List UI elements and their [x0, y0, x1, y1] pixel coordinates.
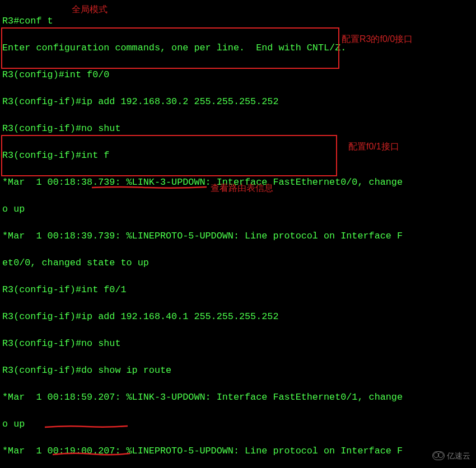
underline-do-show-ip-route	[92, 186, 209, 191]
terminal-line: *Mar 1 00:18:39.739: %LINEPROTO-5-UPDOWN…	[2, 230, 476, 243]
terminal-output: R3#conf t Enter configuration commands, …	[0, 0, 476, 468]
terminal-line: R3(config-if)#no shut	[2, 122, 476, 135]
terminal-line: et0/0, changed state to up	[2, 256, 476, 270]
watermark-text: 亿速云	[447, 449, 470, 462]
red-box-2	[1, 135, 337, 176]
terminal-line: R3(config-if)#no shut	[2, 337, 476, 350]
terminal-line: R3(config)#int f0/0	[2, 68, 476, 82]
terminal-line: R3(config-if)#do show ip route	[2, 364, 476, 377]
terminal-line: *Mar 1 00:18:59.207: %LINK-3-UPDOWN: Int…	[2, 391, 476, 404]
terminal-line: o up	[2, 203, 476, 216]
terminal-line: R3(config-if)#int f0/1	[2, 283, 476, 297]
annotation-global-mode: 全局模式	[72, 3, 108, 16]
watermark: 亿速云	[432, 449, 470, 462]
underline-subnet-40	[45, 424, 129, 431]
terminal-line: R3(config-if)#ip add 192.168.30.2 255.25…	[2, 95, 476, 109]
underline-config-if	[53, 451, 131, 459]
annotation-conf-f01: 配置f0/1接口	[348, 140, 399, 153]
red-box-1	[1, 27, 339, 69]
terminal-line: R3(config-if)#ip add 192.168.40.1 255.25…	[2, 310, 476, 324]
terminal-line: R3#conf t	[2, 15, 476, 28]
annotation-show-route: 查看路由表信息	[211, 181, 273, 195]
watermark-icon	[432, 451, 445, 460]
annotation-conf-r3-f00: 配置R3的f0/0接口	[342, 32, 413, 46]
